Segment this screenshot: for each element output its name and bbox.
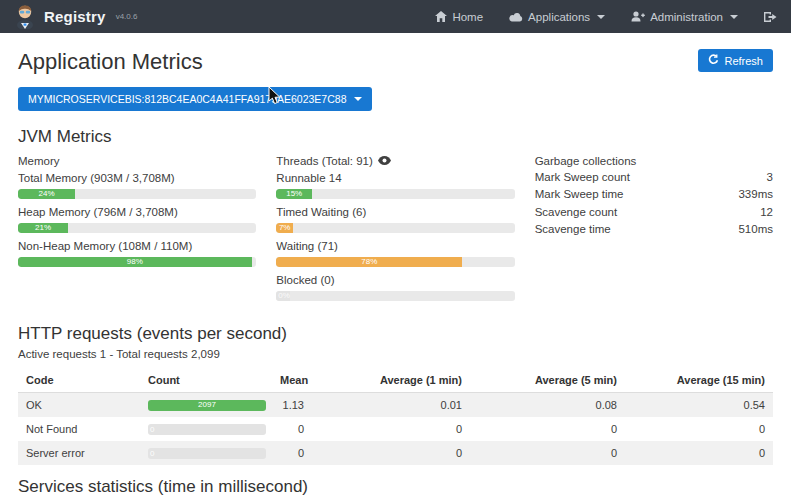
server-error-count-bar: 0 [148,448,266,459]
app-title: Registry [44,8,106,25]
timed-waiting-progressbar: 7% [276,223,514,233]
page-title: Application Metrics [18,49,203,75]
chevron-down-icon [354,97,362,101]
metric-nonheap-memory: Non-Heap Memory (108M / 110M) 98% [18,240,256,267]
col-header-avg5: Average (5 min) [470,368,625,393]
table-row-ok: OK 2097 1.13 0.01 0.08 0.54 [18,393,773,418]
metric-timed-waiting: Timed Waiting (6) 7% [276,206,514,233]
metric-blocked: Blocked (0) 0% [276,274,514,301]
chevron-down-icon [730,15,738,19]
home-icon [435,11,447,22]
waiting-progressbar: 78% [276,257,514,267]
nav-item-home[interactable]: Home [435,11,483,23]
runnable-progressbar: 15% [276,189,514,199]
threads-title: Threads (Total: 91) [276,155,373,167]
gc-row-mark-sweep-count: Mark Sweep count3 [535,169,773,186]
app-version: v4.0.6 [116,12,138,21]
eye-icon[interactable] [378,155,391,167]
sign-out-button[interactable] [764,11,777,23]
http-requests-title: HTTP requests (events per second) [18,324,773,344]
nav-item-administration[interactable]: Administration [631,11,738,23]
table-row-server-error: Server error 0 0 0 0 0 [18,441,773,465]
jvm-metrics-title: JVM Metrics [18,127,773,147]
blocked-progressbar: 0% [276,291,514,301]
table-row-not-found: Not Found 0 0 0 0 0 [18,417,773,441]
sign-out-icon [764,11,777,23]
nonheap-memory-progressbar: 98% [18,257,256,267]
ok-count-bar: 2097 [148,400,266,411]
gc-title: Garbage collections [535,155,773,167]
metric-total-memory: Total Memory (903M / 3,708M) 24% [18,172,256,199]
brand[interactable]: Registry v4.0.6 [14,3,137,31]
heap-memory-progressbar: 21% [18,223,256,233]
gc-row-mark-sweep-time: Mark Sweep time339ms [535,186,773,203]
gc-row-scavenge-count: Scavenge count12 [535,204,773,221]
services-statistics-title: Services statistics (time in millisecond… [18,477,773,497]
metric-waiting: Waiting (71) 78% [276,240,514,267]
navbar: Registry v4.0.6 Home Applications Admini [0,0,791,33]
refresh-button[interactable]: Refresh [698,49,773,72]
memory-column: Memory Total Memory (903M / 3,708M) 24% … [18,155,256,308]
memory-title: Memory [18,155,256,167]
metric-heap-memory: Heap Memory (796M / 3,708M) 21% [18,206,256,233]
not-found-count-bar: 0 [148,424,266,435]
http-requests-table: Code Count Mean Average (1 min) Average … [18,368,773,465]
metric-runnable: Runnable 14 15% [276,172,514,199]
nav-item-applications[interactable]: Applications [509,11,605,23]
threads-column: Threads (Total: 91) Runnable 14 15% Time… [276,155,514,308]
col-header-count: Count [140,368,272,393]
jvm-metrics-grid: Memory Total Memory (903M / 3,708M) 24% … [18,155,773,308]
garbage-collections-column: Garbage collections Mark Sweep count3 Ma… [535,155,773,308]
col-header-code: Code [18,368,140,393]
instance-selector-dropdown[interactable]: MYMICROSERVICEBIS:812BC4EA0C4A41FFA9179A… [18,87,372,111]
cloud-icon [509,12,523,22]
chevron-down-icon [597,15,605,19]
total-memory-progressbar: 24% [18,189,256,199]
user-plus-icon [631,11,645,22]
gc-row-scavenge-time: Scavenge time510ms [535,221,773,238]
col-header-avg15: Average (15 min) [625,368,773,393]
col-header-mean: Mean [272,368,312,393]
http-requests-subtitle: Active requests 1 - Total requests 2,099 [18,348,773,360]
refresh-icon [708,54,719,67]
col-header-avg1: Average (1 min) [312,368,470,393]
jhipster-avatar-logo [14,3,36,31]
